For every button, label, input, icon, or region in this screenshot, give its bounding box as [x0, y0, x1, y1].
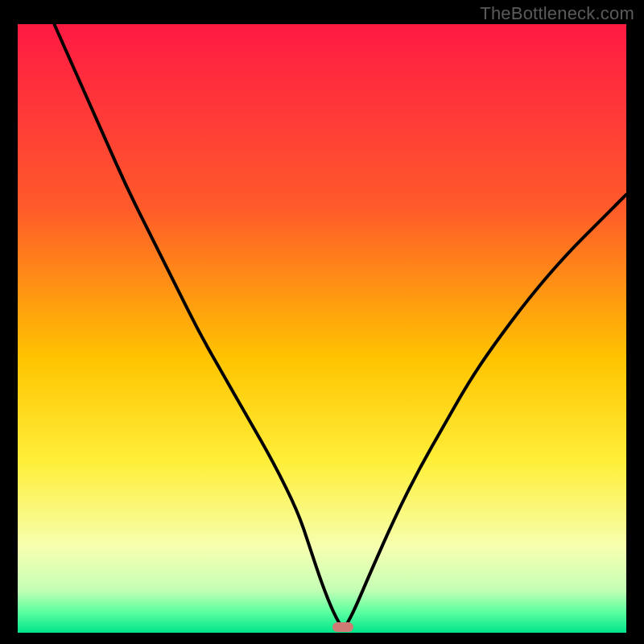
optimal-point-marker — [332, 622, 353, 632]
bottleneck-curve — [54, 24, 626, 625]
chart-frame: TheBottleneck.com — [0, 0, 644, 644]
plot-area — [18, 24, 626, 633]
watermark-text: TheBottleneck.com — [480, 3, 634, 24]
curve-layer — [18, 24, 626, 633]
